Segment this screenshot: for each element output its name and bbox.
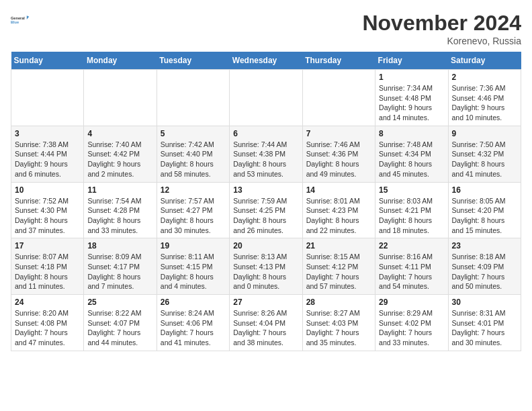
- weekday-header: Monday: [84, 52, 157, 70]
- calendar-header-row: SundayMondayTuesdayWednesdayThursdayFrid…: [11, 52, 521, 70]
- svg-text:General: General: [11, 16, 25, 20]
- day-number: 14: [306, 185, 371, 195]
- day-number: 1: [379, 73, 444, 82]
- calendar-cell: [157, 70, 229, 126]
- day-number: 9: [452, 129, 517, 138]
- title-block: November 2024 Korenevo, Russia: [362, 11, 521, 46]
- calendar-cell: 19Sunrise: 8:11 AM Sunset: 4:15 PM Dayli…: [157, 238, 229, 295]
- calendar-cell: 15Sunrise: 8:03 AM Sunset: 4:21 PM Dayli…: [375, 182, 448, 238]
- day-number: 27: [233, 298, 298, 307]
- weekday-header: Wednesday: [230, 52, 302, 70]
- day-info: Sunrise: 8:15 AM Sunset: 4:12 PM Dayligh…: [306, 252, 371, 291]
- calendar-cell: 13Sunrise: 7:59 AM Sunset: 4:25 PM Dayli…: [230, 182, 302, 238]
- day-info: Sunrise: 8:03 AM Sunset: 4:21 PM Dayligh…: [379, 196, 444, 236]
- day-info: Sunrise: 7:44 AM Sunset: 4:38 PM Dayligh…: [233, 140, 298, 179]
- calendar-cell: 8Sunrise: 7:48 AM Sunset: 4:34 PM Daylig…: [375, 126, 448, 182]
- day-number: 28: [306, 298, 371, 307]
- day-info: Sunrise: 8:05 AM Sunset: 4:20 PM Dayligh…: [452, 196, 517, 236]
- calendar-week-row: 24Sunrise: 8:20 AM Sunset: 4:08 PM Dayli…: [11, 295, 521, 351]
- day-number: 24: [15, 298, 80, 307]
- day-info: Sunrise: 8:01 AM Sunset: 4:23 PM Dayligh…: [306, 196, 371, 236]
- day-info: Sunrise: 8:11 AM Sunset: 4:15 PM Dayligh…: [161, 252, 226, 291]
- logo: GeneralBlue: [11, 11, 30, 30]
- calendar-cell: 30Sunrise: 8:31 AM Sunset: 4:01 PM Dayli…: [448, 295, 521, 351]
- day-number: 3: [15, 129, 80, 138]
- svg-text:Blue: Blue: [11, 20, 19, 24]
- calendar-table: SundayMondayTuesdayWednesdayThursdayFrid…: [11, 52, 521, 351]
- day-number: 30: [452, 298, 517, 307]
- page-header: GeneralBlue November 2024 Korenevo, Russ…: [11, 11, 521, 46]
- calendar-cell: 22Sunrise: 8:16 AM Sunset: 4:11 PM Dayli…: [375, 238, 448, 295]
- day-info: Sunrise: 7:34 AM Sunset: 4:48 PM Dayligh…: [379, 83, 444, 123]
- calendar-cell: 24Sunrise: 8:20 AM Sunset: 4:08 PM Dayli…: [11, 295, 84, 351]
- calendar-cell: 3Sunrise: 7:38 AM Sunset: 4:44 PM Daylig…: [11, 126, 84, 182]
- day-info: Sunrise: 7:46 AM Sunset: 4:36 PM Dayligh…: [306, 140, 371, 179]
- day-number: 8: [379, 129, 444, 138]
- day-number: 22: [379, 241, 444, 250]
- day-info: Sunrise: 8:24 AM Sunset: 4:06 PM Dayligh…: [161, 308, 226, 348]
- day-number: 23: [452, 241, 517, 250]
- day-info: Sunrise: 8:16 AM Sunset: 4:11 PM Dayligh…: [379, 252, 444, 291]
- day-number: 2: [452, 73, 517, 82]
- day-number: 6: [233, 129, 298, 138]
- svg-marker-2: [27, 15, 30, 19]
- day-info: Sunrise: 7:36 AM Sunset: 4:46 PM Dayligh…: [452, 83, 517, 123]
- calendar-cell: 28Sunrise: 8:27 AM Sunset: 4:03 PM Dayli…: [302, 295, 375, 351]
- day-number: 12: [161, 185, 226, 195]
- calendar-cell: 18Sunrise: 8:09 AM Sunset: 4:17 PM Dayli…: [84, 238, 157, 295]
- day-number: 16: [452, 185, 517, 195]
- day-number: 4: [87, 129, 152, 138]
- day-number: 20: [233, 241, 298, 250]
- weekday-header: Saturday: [448, 52, 521, 70]
- day-number: 13: [233, 185, 298, 195]
- day-info: Sunrise: 7:54 AM Sunset: 4:28 PM Dayligh…: [87, 196, 152, 236]
- day-number: 7: [306, 129, 371, 138]
- day-number: 29: [379, 298, 444, 307]
- day-info: Sunrise: 8:29 AM Sunset: 4:02 PM Dayligh…: [379, 308, 444, 348]
- day-number: 25: [87, 298, 152, 307]
- weekday-header: Friday: [375, 52, 448, 70]
- calendar-cell: 26Sunrise: 8:24 AM Sunset: 4:06 PM Dayli…: [157, 295, 229, 351]
- day-number: 26: [161, 298, 226, 307]
- weekday-header: Thursday: [302, 52, 375, 70]
- calendar-cell: [302, 70, 375, 126]
- day-info: Sunrise: 8:31 AM Sunset: 4:01 PM Dayligh…: [452, 308, 517, 348]
- day-number: 17: [15, 241, 80, 250]
- calendar-week-row: 1Sunrise: 7:34 AM Sunset: 4:48 PM Daylig…: [11, 70, 521, 126]
- calendar-week-row: 10Sunrise: 7:52 AM Sunset: 4:30 PM Dayli…: [11, 182, 521, 238]
- weekday-header: Sunday: [11, 52, 84, 70]
- calendar-cell: 5Sunrise: 7:42 AM Sunset: 4:40 PM Daylig…: [157, 126, 229, 182]
- day-info: Sunrise: 8:18 AM Sunset: 4:09 PM Dayligh…: [452, 252, 517, 291]
- calendar-cell: 11Sunrise: 7:54 AM Sunset: 4:28 PM Dayli…: [84, 182, 157, 238]
- day-info: Sunrise: 8:07 AM Sunset: 4:18 PM Dayligh…: [15, 252, 80, 291]
- weekday-header: Tuesday: [157, 52, 229, 70]
- calendar-cell: 6Sunrise: 7:44 AM Sunset: 4:38 PM Daylig…: [230, 126, 302, 182]
- calendar-cell: 25Sunrise: 8:22 AM Sunset: 4:07 PM Dayli…: [84, 295, 157, 351]
- calendar-cell: 10Sunrise: 7:52 AM Sunset: 4:30 PM Dayli…: [11, 182, 84, 238]
- day-info: Sunrise: 7:50 AM Sunset: 4:32 PM Dayligh…: [452, 140, 517, 179]
- calendar-cell: 29Sunrise: 8:29 AM Sunset: 4:02 PM Dayli…: [375, 295, 448, 351]
- calendar-cell: 1Sunrise: 7:34 AM Sunset: 4:48 PM Daylig…: [375, 70, 448, 126]
- day-number: 11: [87, 185, 152, 195]
- day-number: 18: [87, 241, 152, 250]
- calendar-cell: 7Sunrise: 7:46 AM Sunset: 4:36 PM Daylig…: [302, 126, 375, 182]
- calendar-cell: 2Sunrise: 7:36 AM Sunset: 4:46 PM Daylig…: [448, 70, 521, 126]
- calendar-cell: 16Sunrise: 8:05 AM Sunset: 4:20 PM Dayli…: [448, 182, 521, 238]
- calendar-cell: 12Sunrise: 7:57 AM Sunset: 4:27 PM Dayli…: [157, 182, 229, 238]
- day-info: Sunrise: 8:09 AM Sunset: 4:17 PM Dayligh…: [87, 252, 152, 291]
- day-number: 5: [161, 129, 226, 138]
- calendar-cell: 4Sunrise: 7:40 AM Sunset: 4:42 PM Daylig…: [84, 126, 157, 182]
- day-info: Sunrise: 7:48 AM Sunset: 4:34 PM Dayligh…: [379, 140, 444, 179]
- day-number: 19: [161, 241, 226, 250]
- month-title: November 2024: [362, 11, 521, 36]
- calendar-cell: 17Sunrise: 8:07 AM Sunset: 4:18 PM Dayli…: [11, 238, 84, 295]
- calendar-cell: 23Sunrise: 8:18 AM Sunset: 4:09 PM Dayli…: [448, 238, 521, 295]
- logo-icon: GeneralBlue: [11, 11, 30, 30]
- day-info: Sunrise: 7:59 AM Sunset: 4:25 PM Dayligh…: [233, 196, 298, 236]
- calendar-cell: 9Sunrise: 7:50 AM Sunset: 4:32 PM Daylig…: [448, 126, 521, 182]
- calendar-week-row: 17Sunrise: 8:07 AM Sunset: 4:18 PM Dayli…: [11, 238, 521, 295]
- day-info: Sunrise: 7:38 AM Sunset: 4:44 PM Dayligh…: [15, 140, 80, 179]
- location: Korenevo, Russia: [362, 36, 521, 46]
- calendar-cell: [11, 70, 84, 126]
- calendar-cell: [230, 70, 302, 126]
